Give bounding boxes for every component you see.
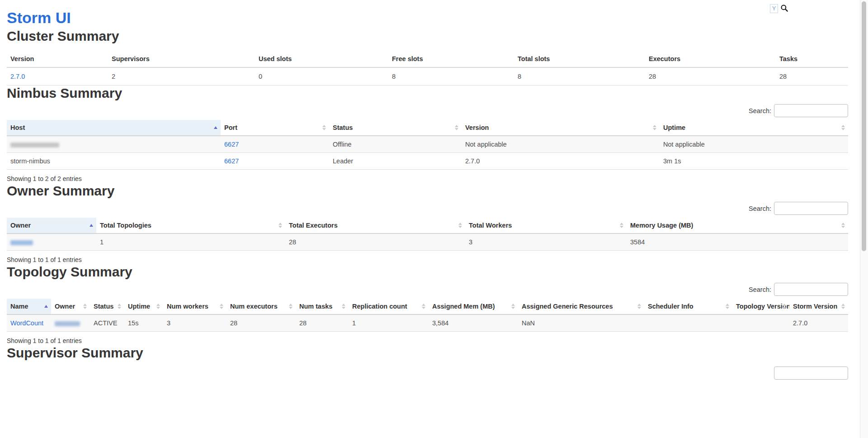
sort-icons <box>422 304 425 309</box>
topology-search-label: Search: <box>749 286 771 293</box>
owner-col-memory-usage[interactable]: Memory Usage (MB) <box>627 218 848 233</box>
topology-num-executors-value: 28 <box>226 314 296 332</box>
topology-uptime-value: 15s <box>124 314 163 332</box>
cluster-free-slots-value: 8 <box>388 67 514 86</box>
owner-summary-table: Owner Total Topologies Total Executors T… <box>7 218 848 251</box>
owner-col-total-executors[interactable]: Total Executors <box>285 218 465 233</box>
owner-total-workers-value: 3 <box>465 233 627 251</box>
topology-storm-version-value: 2.7.0 <box>789 314 848 332</box>
topology-col-status[interactable]: Status <box>90 299 124 314</box>
topology-name-link[interactable]: WordCount <box>10 319 43 327</box>
topology-col-storm-version[interactable]: Storm Version <box>789 299 848 314</box>
sort-icons <box>637 304 641 309</box>
owner-memory-usage-value: 3584 <box>627 233 848 251</box>
redacted-owner-link[interactable] <box>55 319 80 327</box>
nimbus-col-uptime[interactable]: Uptime <box>660 120 848 136</box>
scrollbar-track[interactable] <box>860 0 868 438</box>
sort-icons <box>511 304 515 309</box>
cluster-col-free-slots: Free slots <box>388 51 514 67</box>
sort-icons <box>322 125 326 130</box>
cluster-summary-table: Version Supervisors Used slots Free slot… <box>7 51 848 86</box>
nimbus-uptime-value: Not applicable <box>660 136 848 153</box>
nimbus-search-label: Search: <box>749 107 771 114</box>
topology-col-scheduler-info[interactable]: Scheduler Info <box>644 299 732 314</box>
nimbus-col-host[interactable]: Host <box>7 120 221 136</box>
topology-col-owner[interactable]: Owner <box>51 299 90 314</box>
owner-col-owner[interactable]: Owner <box>7 218 96 233</box>
cluster-summary-heading: Cluster Summary <box>7 29 848 43</box>
topology-col-num-tasks[interactable]: Num tasks <box>296 299 349 314</box>
sort-icons <box>726 304 729 309</box>
topology-col-assigned-generic-resources[interactable]: Assigned Generic Resources <box>518 299 644 314</box>
cluster-col-used-slots: Used slots <box>255 51 388 67</box>
sort-asc-icon <box>90 224 93 227</box>
redacted-owner <box>55 321 80 326</box>
redacted-host <box>10 143 59 148</box>
topology-scheduler-info-value <box>644 314 732 332</box>
nimbus-summary-heading: Nimbus Summary <box>7 86 848 100</box>
sort-icons <box>841 223 845 228</box>
owner-entries-info: Showing 1 to 1 of 1 entries <box>7 256 848 263</box>
topology-num-tasks-value: 28 <box>296 314 349 332</box>
sort-icons <box>83 304 87 309</box>
topology-replication-count-value: 1 <box>349 314 429 332</box>
nimbus-search-input[interactable] <box>774 104 848 117</box>
topology-search-input[interactable] <box>774 283 848 296</box>
topology-status-value: ACTIVE <box>90 314 124 332</box>
topology-col-uptime[interactable]: Uptime <box>124 299 163 314</box>
sort-icons <box>289 304 292 309</box>
owner-col-total-topologies[interactable]: Total Topologies <box>96 218 285 233</box>
topology-entries-info: Showing 1 to 1 of 1 entries <box>7 337 848 344</box>
nimbus-port-link[interactable]: 6627 <box>224 141 239 148</box>
sort-icons <box>653 125 656 130</box>
topology-col-num-executors[interactable]: Num executors <box>226 299 296 314</box>
supervisor-summary-heading: Supervisor Summary <box>7 345 848 360</box>
sort-asc-icon <box>214 126 217 129</box>
nimbus-port-link[interactable]: 6627 <box>224 157 239 165</box>
nimbus-status-value: Offline <box>329 136 462 153</box>
sort-icons <box>620 223 623 228</box>
scrollbar-thumb[interactable] <box>862 1 866 251</box>
owner-summary-heading: Owner Summary <box>7 183 848 198</box>
supervisor-search-input[interactable] <box>774 367 848 380</box>
nimbus-version-value: 2.7.0 <box>462 153 660 170</box>
cluster-row: 2.7.0 2 0 8 8 28 28 <box>7 67 848 86</box>
topology-col-assigned-mem[interactable]: Assigned Mem (MB) <box>429 299 518 314</box>
topology-summary-table: Name Owner Status Uptime Num workers <box>7 299 848 332</box>
owner-search-label: Search: <box>749 205 771 212</box>
topology-col-topology-version[interactable]: Topology Version <box>732 299 789 314</box>
sort-icons <box>220 304 223 309</box>
app-title-link[interactable]: Storm UI <box>7 9 71 26</box>
sort-icons <box>118 304 121 309</box>
redacted-owner <box>10 240 33 245</box>
cluster-executors-value: 28 <box>645 67 776 86</box>
owner-search-input[interactable] <box>774 202 848 215</box>
nimbus-col-status[interactable]: Status <box>329 120 462 136</box>
nimbus-col-version[interactable]: Version <box>462 120 660 136</box>
sort-asc-icon <box>44 305 48 308</box>
cluster-used-slots-value: 0 <box>255 67 388 86</box>
sort-icons <box>458 223 462 228</box>
nimbus-uptime-value: 3m 1s <box>660 153 848 170</box>
topology-num-workers-value: 3 <box>163 314 226 332</box>
cluster-col-tasks: Tasks <box>776 51 848 67</box>
topology-col-name[interactable]: Name <box>7 299 51 314</box>
nimbus-col-port[interactable]: Port <box>221 120 329 136</box>
topology-assigned-generic-resources-value: NaN <box>518 314 644 332</box>
cluster-version-link[interactable]: 2.7.0 <box>10 73 25 80</box>
owner-row: 1 28 3 3584 <box>7 233 848 251</box>
cluster-tasks-value: 28 <box>776 67 848 86</box>
owner-total-executors-value: 28 <box>285 233 465 251</box>
owner-col-total-workers[interactable]: Total Workers <box>465 218 627 233</box>
topology-col-num-workers[interactable]: Num workers <box>163 299 226 314</box>
nimbus-version-value: Not applicable <box>462 136 660 153</box>
topology-col-replication-count[interactable]: Replication count <box>349 299 429 314</box>
sort-icons <box>455 125 458 130</box>
sort-icons <box>278 223 282 228</box>
owner-total-topologies-value: 1 <box>96 233 285 251</box>
cluster-supervisors-value: 2 <box>108 67 255 86</box>
sort-icons <box>841 304 845 309</box>
redacted-owner-link[interactable] <box>10 238 33 246</box>
nimbus-host-value: storm-nimbus <box>7 153 221 170</box>
sort-icons <box>783 304 786 309</box>
